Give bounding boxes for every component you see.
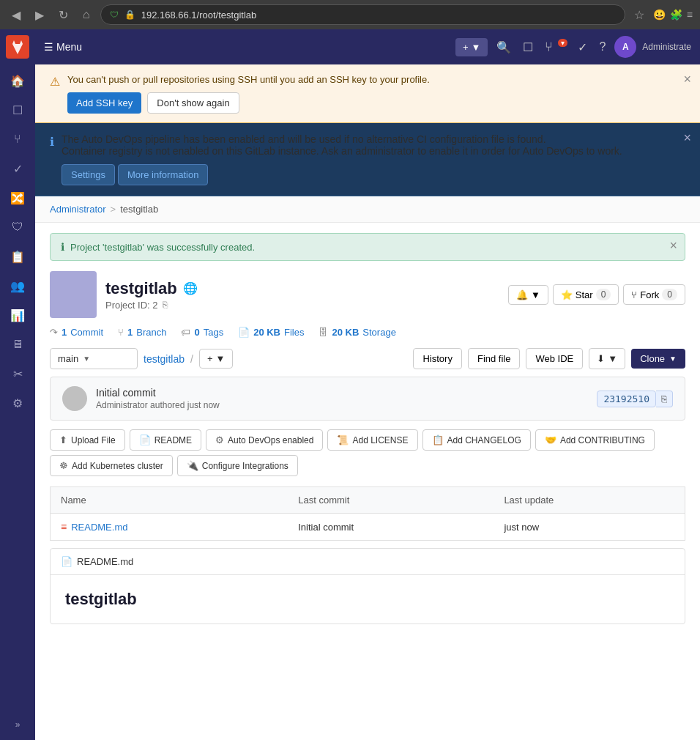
ssh-alert-content: You can't push or pull repositories usin… (67, 73, 430, 114)
sidebar-item-settings[interactable]: ⚙ (4, 390, 31, 416)
more-information-button[interactable]: More information (118, 164, 209, 185)
find-file-button[interactable]: Find file (468, 348, 521, 369)
bookmark-icon[interactable]: ☆ (634, 8, 644, 22)
storage-size: 20 KB (332, 327, 359, 338)
devops-settings-button[interactable]: Settings (62, 164, 115, 185)
sidebar-item-todos[interactable]: ✓ (4, 155, 31, 182)
browser-extras: 😀 🧩 ≡ (653, 9, 693, 21)
sidebar-item-ci[interactable]: 🔀 (4, 185, 31, 211)
add-kubernetes-button[interactable]: ☸ Add Kubernetes cluster (50, 455, 173, 476)
commits-stat[interactable]: ↷ 1 Commit (50, 327, 103, 338)
branch-chevron-icon: ▼ (83, 355, 90, 363)
refresh-button[interactable]: ↻ (54, 5, 72, 25)
files-stat[interactable]: 📄 20 KB Files (238, 327, 304, 338)
project-id-text: Project ID: 2 (105, 300, 158, 311)
sidebar-item-environments[interactable]: 🖥 (4, 331, 31, 358)
ssh-alert-close-button[interactable]: × (683, 72, 691, 87)
clone-label: Clone (640, 353, 665, 364)
url-bar[interactable]: 🛡 🔒 192.168.66.1/root/testgitlab (100, 4, 625, 25)
avatar[interactable]: A (614, 36, 636, 58)
sidebar-item-snippets[interactable]: 📋 (4, 243, 31, 270)
notifications-chevron: ▼ (531, 289, 540, 300)
ssh-alert-text: You can't push or pull repositories usin… (67, 73, 430, 86)
sidebar-item-groups[interactable]: 👥 (4, 273, 31, 299)
tags-stat[interactable]: 🏷 0 Tags (181, 327, 223, 338)
file-table: Name Last commit Last update ≡ README.md (50, 486, 685, 541)
forward-button[interactable]: ▶ (31, 5, 48, 25)
add-ssh-key-button[interactable]: Add SSH key (67, 92, 141, 114)
gitlab-logo[interactable] (6, 35, 29, 59)
hamburger-icon: ☰ (44, 41, 53, 53)
back-button[interactable]: ◀ (7, 5, 25, 25)
file-table-header-row: Name Last commit Last update (51, 487, 685, 514)
menu-button[interactable]: ☰ Menu (44, 41, 82, 53)
todo-icon[interactable]: ✓ (575, 37, 590, 57)
readme-button[interactable]: 📄 README (130, 429, 201, 451)
kubernetes-label: Add Kubernetes cluster (72, 461, 163, 471)
sidebar-item-analytics[interactable]: 📊 (4, 302, 31, 328)
upload-file-button[interactable]: ⬆ Upload File (50, 429, 125, 451)
menu-label: Menu (56, 41, 82, 53)
devops-alert-close-button[interactable]: × (683, 130, 691, 146)
dont-show-again-button[interactable]: Don't show again (147, 92, 239, 114)
download-icon: ⬇ (597, 353, 605, 364)
copy-project-id-button[interactable]: ⎘ (163, 300, 168, 310)
sidebar-item-security[interactable]: 🛡 (4, 214, 31, 240)
upload-icon: ⬆ (59, 434, 67, 445)
breadcrumb-root[interactable]: Administrator (50, 204, 106, 215)
repo-path[interactable]: testgitlab (144, 353, 185, 365)
sidebar-collapse-icon[interactable]: » (11, 715, 25, 734)
readme-file-icon: 📄 (61, 556, 72, 567)
readme-label: README (154, 435, 192, 445)
add-changelog-button[interactable]: 📋 Add CHANGELOG (422, 429, 531, 451)
notifications-button[interactable]: 🔔 ▼ (508, 285, 548, 305)
add-file-button[interactable]: + ▼ (199, 349, 233, 369)
devops-alert-line2: Container registry is not enabled on thi… (62, 145, 622, 157)
add-icon: + (207, 353, 213, 364)
security-shield-icon: 🛡 (110, 10, 119, 20)
project-title: testgitlab 🌐 (105, 279, 499, 298)
home-button[interactable]: ⌂ (78, 5, 94, 24)
readme-body: testgitlab (51, 575, 685, 624)
issues-icon[interactable]: ☐ (520, 37, 536, 57)
branch-selector[interactable]: main ▼ (50, 348, 138, 369)
create-button[interactable]: + ▼ (455, 38, 488, 56)
history-button[interactable]: History (413, 348, 461, 369)
extension-icon: 🧩 (670, 9, 682, 21)
devops-info-icon: ℹ (50, 135, 54, 149)
add-chevron-icon: ▼ (216, 353, 226, 364)
branches-stat[interactable]: ⑂ 1 Branch (118, 327, 166, 338)
sidebar-bottom: » (11, 715, 25, 734)
sidebar-item-issues[interactable]: ☐ (4, 97, 31, 123)
configure-integrations-button[interactable]: 🔌 Configure Integrations (177, 455, 298, 476)
path-separator: / (190, 353, 193, 365)
sidebar-item-mergerequests[interactable]: ⑂ (4, 126, 31, 152)
sidebar-item-home[interactable]: 🏠 (4, 67, 31, 94)
search-icon[interactable]: 🔍 (494, 37, 514, 57)
add-license-button[interactable]: 📜 Add LICENSE (327, 429, 417, 451)
commit-hash-area: 23192510 ⎘ (597, 391, 673, 407)
auto-devops-button[interactable]: ⚙ Auto DevOps enabled (206, 429, 323, 451)
license-icon: 📜 (337, 434, 349, 445)
download-button[interactable]: ⬇ ▼ (589, 348, 625, 369)
commit-hash[interactable]: 23192510 (597, 391, 656, 407)
commit-title[interactable]: Initial commit (96, 387, 588, 399)
project-name: testgitlab (105, 279, 177, 298)
help-icon[interactable]: ? (596, 37, 608, 56)
copy-commit-hash-button[interactable]: ⎘ (656, 391, 673, 407)
browser-menu-icon[interactable]: ≡ (687, 9, 693, 21)
file-name-cell: ≡ README.md (51, 514, 288, 541)
file-table-body: ≡ README.md Initial commit just now (51, 514, 685, 541)
breadcrumb-separator: > (111, 204, 116, 215)
merge-requests-icon[interactable]: ⑂ ▾ (542, 37, 569, 58)
star-button[interactable]: ⭐ Star 0 (553, 284, 619, 305)
sidebar-item-operations[interactable]: ✂ (4, 360, 31, 387)
success-alert-close-button[interactable]: × (669, 238, 677, 254)
storage-stat[interactable]: 🗄 20 KB Storage (319, 327, 395, 338)
fork-button[interactable]: ⑂ Fork 0 (623, 284, 685, 305)
file-link[interactable]: ≡ README.md (61, 521, 278, 533)
add-contributing-button[interactable]: 🤝 Add CONTRIBUTING (535, 429, 655, 451)
clone-button[interactable]: Clone ▼ (631, 349, 685, 369)
web-ide-button[interactable]: Web IDE (526, 348, 583, 369)
fork-icon: ⑂ (631, 289, 637, 300)
